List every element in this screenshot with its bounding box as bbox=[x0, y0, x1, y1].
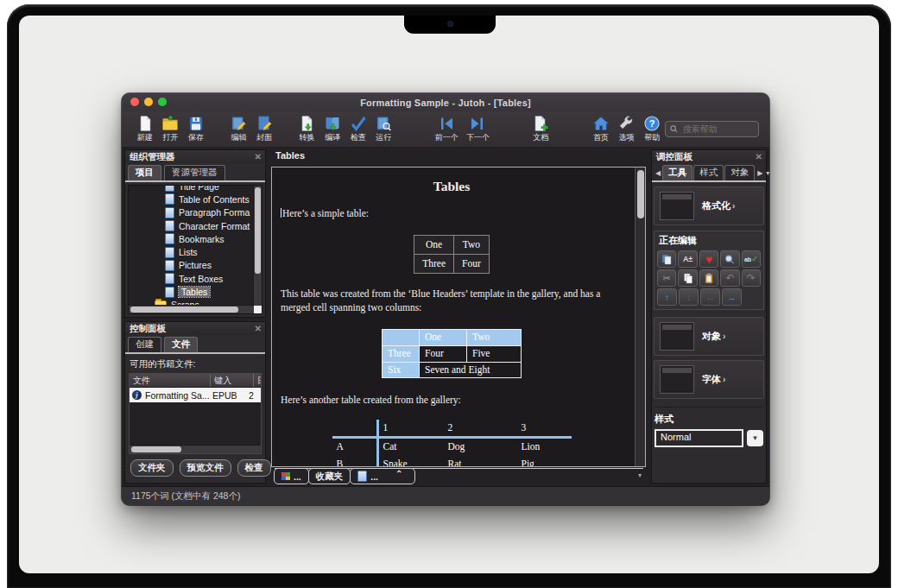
tab-resource-manager[interactable]: 资源管理器 bbox=[164, 165, 225, 180]
undo-button[interactable]: ↶ bbox=[720, 269, 739, 287]
cut-button[interactable]: ✂ bbox=[657, 269, 676, 287]
home-button[interactable]: 首页 bbox=[588, 115, 614, 143]
table-cell[interactable]: A bbox=[332, 438, 378, 456]
table-cell-header[interactable]: 1 bbox=[377, 420, 444, 438]
tree-horizontal-scrollbar[interactable] bbox=[129, 305, 254, 313]
gallery-table[interactable]: 1 2 3 A Cat Dog Lion bbox=[332, 420, 572, 466]
file-list-horizontal-scrollbar[interactable] bbox=[130, 445, 261, 453]
style-combo-dropdown-button[interactable]: ▼ bbox=[747, 430, 763, 446]
file-row-selected[interactable]: j Formatting Sa... EPUB 2 bbox=[130, 388, 261, 402]
table-cell[interactable]: Three bbox=[414, 255, 454, 274]
documents-tab[interactable]: ... ⌃ bbox=[350, 468, 415, 484]
table-cell[interactable] bbox=[332, 420, 378, 438]
document-button[interactable]: 文档 bbox=[528, 115, 554, 143]
blue-headers-table[interactable]: One Two Three Four Five Six bbox=[382, 329, 522, 378]
tree-item[interactable]: Bookmarks bbox=[129, 232, 254, 245]
new-button[interactable]: 新建 bbox=[132, 115, 158, 143]
gallery-tab[interactable]: ... bbox=[274, 468, 309, 484]
help-search-field[interactable] bbox=[665, 121, 759, 137]
editor-vertical-scrollbar[interactable] bbox=[635, 168, 645, 466]
column-date[interactable]: 日期 bbox=[254, 374, 261, 387]
table-cell-header[interactable]: Six bbox=[383, 362, 420, 378]
convert-button[interactable]: 转换 bbox=[294, 115, 320, 143]
font-group[interactable]: 字体› bbox=[654, 360, 764, 399]
table-cell[interactable]: B bbox=[332, 456, 378, 466]
redo-button[interactable]: ↷ bbox=[742, 269, 761, 287]
scroll-tabs-left-icon[interactable]: ◀ bbox=[654, 169, 662, 177]
paste-button[interactable] bbox=[699, 269, 718, 287]
table-cell[interactable]: Dog bbox=[444, 438, 517, 456]
tab-tools[interactable]: 工具 bbox=[662, 165, 692, 180]
table-cell-header[interactable]: 3 bbox=[517, 420, 572, 438]
scroll-tabs-right-icon[interactable]: ▶ bbox=[756, 169, 764, 177]
tab-project[interactable]: 项目 bbox=[128, 165, 161, 180]
table-cell[interactable]: Four bbox=[454, 255, 490, 274]
formatting-group[interactable]: 格式化› bbox=[654, 187, 764, 225]
tabbar-dropdown-icon[interactable]: ▾ bbox=[638, 471, 642, 479]
compile-button[interactable]: 编译 bbox=[319, 115, 345, 143]
tree-vertical-scrollbar[interactable] bbox=[253, 186, 262, 306]
check-button[interactable]: 检查 bbox=[345, 115, 371, 143]
table-cell-header[interactable]: Three bbox=[383, 345, 420, 362]
table-cell-merged[interactable]: Seven and Eight bbox=[420, 362, 522, 378]
tree-item[interactable]: Lists bbox=[129, 245, 254, 258]
table-cell[interactable]: Four bbox=[420, 345, 467, 362]
table-cell-header[interactable] bbox=[383, 330, 420, 346]
column-file[interactable]: 文件 bbox=[130, 374, 211, 387]
zoom-window-button[interactable] bbox=[158, 98, 167, 106]
tabs-dropdown-icon[interactable]: ▾ bbox=[764, 169, 769, 177]
edit-button[interactable]: 编辑 bbox=[226, 115, 252, 143]
close-icon[interactable]: ✕ bbox=[756, 152, 762, 161]
tab-objects[interactable]: 对象 bbox=[724, 165, 755, 180]
preview-file-button[interactable]: 预览文件 bbox=[180, 459, 231, 477]
table-cell[interactable]: Two bbox=[454, 236, 490, 255]
table-cell-header[interactable]: Two bbox=[467, 330, 522, 346]
font-size-button[interactable]: A± bbox=[678, 250, 697, 268]
previous-button[interactable]: 前一个 bbox=[431, 115, 462, 143]
close-icon[interactable]: ✕ bbox=[255, 152, 262, 161]
run-button[interactable]: 运行 bbox=[371, 115, 397, 143]
help-button[interactable]: ? 帮助 bbox=[639, 115, 665, 143]
minimize-window-button[interactable] bbox=[144, 98, 153, 106]
table-cell[interactable]: Pig bbox=[517, 456, 572, 466]
tab-styles[interactable]: 样式 bbox=[693, 165, 724, 180]
table-cell[interactable]: Rat bbox=[444, 456, 517, 466]
tree-item[interactable]: Paragraph Forma bbox=[129, 206, 254, 219]
table-cell[interactable]: Snake bbox=[377, 456, 444, 466]
document-canvas[interactable]: Tables Here’s a simple table: One Two Th… bbox=[272, 168, 635, 466]
tree-item[interactable]: Table of Contents bbox=[129, 193, 254, 205]
table-cell[interactable]: Five bbox=[467, 345, 522, 362]
find-button[interactable] bbox=[720, 250, 739, 268]
move-down-button[interactable]: ↓ bbox=[679, 288, 699, 306]
table-cell[interactable]: Lion bbox=[517, 438, 572, 456]
options-button[interactable]: 选项 bbox=[614, 115, 640, 143]
object-group[interactable]: 对象› bbox=[654, 317, 764, 356]
table-cell[interactable]: Cat bbox=[377, 438, 444, 456]
close-window-button[interactable] bbox=[130, 98, 139, 106]
move-up-button[interactable]: ↑ bbox=[657, 288, 677, 306]
style-combo-value[interactable]: Normal bbox=[655, 429, 743, 447]
close-icon[interactable]: ✕ bbox=[255, 324, 262, 333]
favorites-heart-button[interactable]: ♥ bbox=[699, 250, 718, 268]
tab-files[interactable]: 文件 bbox=[164, 337, 198, 352]
move-left-button[interactable]: ← bbox=[700, 288, 720, 306]
tab-create[interactable]: 创建 bbox=[128, 337, 161, 352]
tree-item[interactable]: Title Page bbox=[129, 185, 254, 193]
table-cell-header[interactable]: One bbox=[420, 330, 467, 346]
save-button[interactable]: 保存 bbox=[183, 115, 209, 143]
table-cell[interactable]: One bbox=[414, 236, 454, 255]
tree-item[interactable]: Character Format bbox=[129, 219, 254, 232]
tree-item[interactable]: Pictures bbox=[129, 259, 254, 272]
next-button[interactable]: 下一个 bbox=[462, 115, 493, 143]
collapse-chevron-icon[interactable]: ⌃ bbox=[395, 469, 402, 478]
search-input[interactable] bbox=[681, 123, 745, 135]
paste-page-button[interactable] bbox=[657, 250, 676, 268]
check-file-button[interactable]: 检查 bbox=[237, 459, 271, 477]
cover-button[interactable]: 封面 bbox=[251, 115, 277, 143]
spellcheck-button[interactable]: ab✓ bbox=[742, 250, 761, 268]
column-type[interactable]: 键入 bbox=[211, 374, 254, 387]
move-right-button[interactable]: → bbox=[722, 288, 742, 306]
favorites-tab[interactable]: 收藏夹 bbox=[308, 468, 351, 484]
table-cell-header[interactable]: 2 bbox=[444, 420, 517, 438]
tree-item[interactable]: Text Boxes bbox=[129, 272, 254, 285]
